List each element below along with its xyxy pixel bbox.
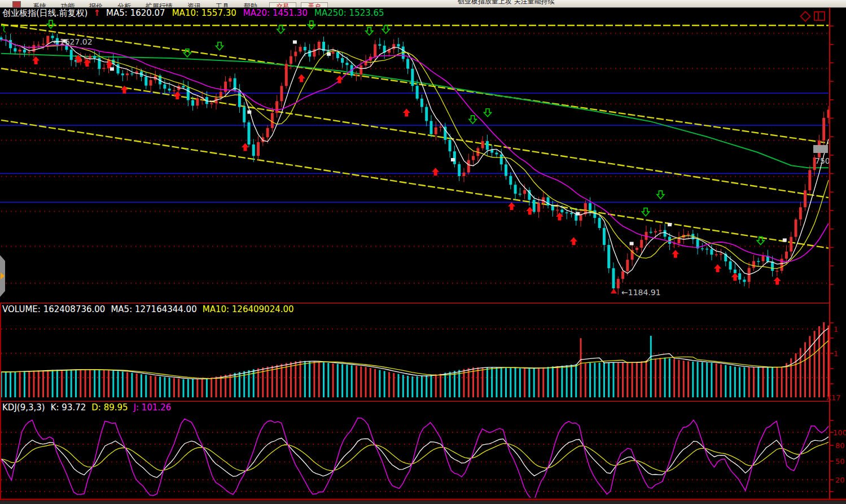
expand-arrow-icon bbox=[1, 273, 5, 279]
volume-axis-label-1: 1 bbox=[834, 349, 838, 358]
volume-bar bbox=[71, 370, 72, 397]
candle-body bbox=[734, 270, 737, 274]
volume-bar bbox=[374, 369, 376, 397]
menu-item-1[interactable]: 功能 bbox=[54, 2, 82, 8]
volume-bar bbox=[183, 379, 185, 397]
volume-bar bbox=[150, 376, 152, 397]
candle-body bbox=[117, 64, 120, 73]
volume-bar bbox=[482, 367, 484, 397]
kdj-plot-area[interactable] bbox=[1, 418, 829, 500]
menu-item-2[interactable]: 报价 bbox=[82, 2, 110, 8]
volume-bar bbox=[683, 361, 685, 397]
menu-item-3[interactable]: 分析 bbox=[110, 2, 138, 8]
volume-bar bbox=[743, 367, 745, 397]
white-mark bbox=[668, 223, 672, 226]
volume-bar bbox=[178, 379, 179, 397]
volume-bar bbox=[599, 362, 600, 397]
candle-body bbox=[500, 155, 503, 165]
news-ticker[interactable]: 创业板指放量上攻 关注量能持续 bbox=[458, 0, 555, 7]
candle-body bbox=[453, 151, 456, 164]
candle-body bbox=[715, 255, 718, 256]
volume-bar bbox=[814, 331, 816, 397]
split-window-icon[interactable] bbox=[814, 11, 825, 21]
kdj-label-3: J: 101.26 bbox=[134, 402, 172, 413]
kdj-axis-label-1: 80 bbox=[835, 441, 845, 450]
candle-body bbox=[130, 73, 133, 74]
volume-bar bbox=[435, 374, 437, 397]
volume-axis-label-0: 1 bbox=[834, 325, 838, 334]
volume-bar bbox=[402, 375, 404, 397]
volume-bar bbox=[608, 362, 610, 397]
candle-body bbox=[299, 47, 302, 51]
hot-button-1[interactable]: 开户 bbox=[301, 2, 328, 8]
candle-body bbox=[705, 249, 708, 250]
candle-body bbox=[126, 73, 129, 75]
diamond-tool-icon[interactable] bbox=[800, 11, 811, 22]
candle-body bbox=[467, 160, 470, 173]
volume-bar bbox=[706, 362, 708, 397]
volume-bar bbox=[692, 362, 694, 397]
volume-bar bbox=[622, 362, 624, 397]
volume-plot-area[interactable] bbox=[1, 322, 830, 397]
volume-bar bbox=[720, 364, 722, 397]
volume-bar bbox=[748, 367, 750, 397]
volume-bar bbox=[267, 367, 269, 397]
menu-item-7[interactable]: 帮助 bbox=[236, 2, 265, 8]
white-mark bbox=[630, 242, 634, 246]
axes: 11X17100805020 bbox=[0, 7, 846, 499]
volume-label-1: MA5: 127164344.00 bbox=[111, 304, 196, 314]
menu-item-0[interactable]: 系统 bbox=[25, 2, 54, 8]
candle-body bbox=[42, 44, 45, 45]
volume-bar bbox=[496, 367, 497, 397]
volume-bar bbox=[430, 375, 432, 397]
candle-body bbox=[481, 141, 484, 148]
candle-body bbox=[196, 98, 199, 106]
sidebar-expand-handle[interactable] bbox=[0, 255, 5, 297]
volume-label-2: MA10: 126409024.00 bbox=[203, 304, 294, 314]
candle-body bbox=[808, 170, 811, 190]
volume-bar bbox=[295, 361, 296, 397]
volume-bar bbox=[192, 379, 194, 397]
volume-bar bbox=[739, 367, 740, 397]
menu-items: 系统功能报价分析扩展行情资讯工具帮助 bbox=[25, 0, 265, 8]
kdj-header: KDJ(9,3,3)K: 93.72D: 89.95J: 101.26 bbox=[2, 402, 171, 413]
candle-body bbox=[290, 56, 292, 64]
candle-body bbox=[566, 212, 568, 213]
volume-bar bbox=[388, 372, 390, 397]
volume-bar bbox=[697, 362, 699, 397]
volume-bar bbox=[795, 353, 797, 397]
candle-body bbox=[710, 249, 713, 255]
volume-bar bbox=[571, 365, 572, 397]
volume-bar bbox=[617, 363, 619, 397]
menu-item-5[interactable]: 资讯 bbox=[180, 2, 208, 8]
charts-canvas[interactable]: ←1627.02←1184.9175011X17100805020 bbox=[0, 0, 846, 504]
candle-body bbox=[654, 231, 657, 233]
candle-body bbox=[785, 252, 788, 259]
volume-bar bbox=[126, 372, 128, 397]
volume-bar bbox=[711, 363, 712, 397]
sell-arrow-icon bbox=[47, 20, 54, 28]
volume-bar bbox=[556, 366, 558, 397]
candle-body bbox=[392, 44, 395, 49]
candle-body bbox=[37, 45, 40, 46]
candle-body bbox=[429, 121, 432, 134]
volume-bar bbox=[14, 371, 16, 397]
main-plot-area[interactable]: ←1627.02←1184.91750 bbox=[0, 20, 830, 297]
candle-body bbox=[275, 101, 278, 113]
volume-bar bbox=[164, 377, 165, 397]
volume-bar bbox=[673, 359, 675, 397]
menu-item-4[interactable]: 扩展行情 bbox=[138, 2, 180, 8]
volume-bar bbox=[42, 370, 44, 397]
volume-bar bbox=[725, 365, 726, 397]
ma-labels: MA5: 1620.07MA10: 1557.30MA20: 1451.30MA… bbox=[106, 8, 384, 18]
volume-bar bbox=[98, 370, 100, 397]
low-price-label: ←1184.91 bbox=[621, 288, 661, 297]
volume-bar bbox=[585, 363, 586, 397]
volume-bar bbox=[52, 370, 54, 397]
candle-body bbox=[505, 164, 507, 176]
menu-item-6[interactable]: 工具 bbox=[208, 2, 236, 8]
candle-body bbox=[486, 141, 489, 150]
volume-bar bbox=[309, 361, 310, 397]
hot-button-0[interactable]: 交易 bbox=[269, 2, 296, 8]
volume-bar bbox=[730, 366, 731, 397]
